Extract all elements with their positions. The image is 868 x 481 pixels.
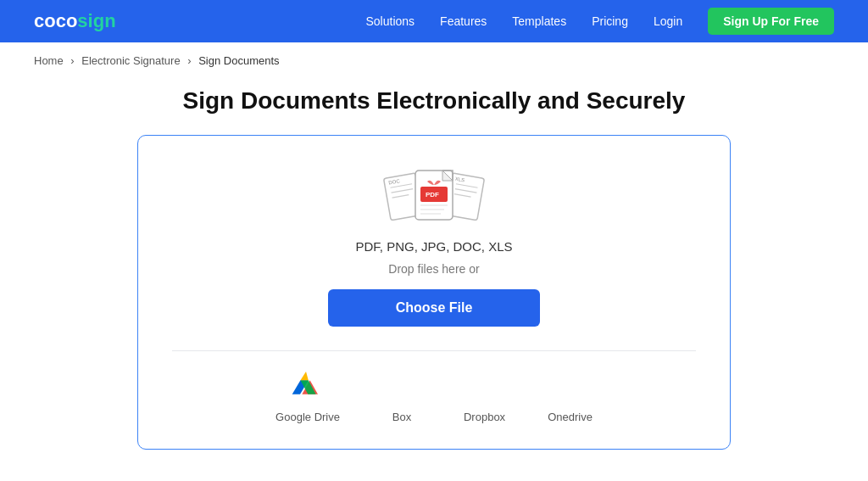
logo-sign: sign — [77, 10, 115, 32]
cloud-services: Google Drive box Box — [172, 368, 696, 423]
nav-solutions[interactable]: Solutions — [365, 14, 415, 28]
dropbox-label: Dropbox — [464, 411, 505, 423]
nav-pricing[interactable]: Pricing — [592, 14, 628, 28]
nav-features[interactable]: Features — [440, 14, 487, 28]
box-icon: box — [382, 368, 421, 404]
document-icons: DOC XLS PDF — [383, 166, 485, 226]
dropbox-icon — [465, 368, 504, 404]
nav-templates[interactable]: Templates — [512, 14, 566, 28]
box-label: Box — [392, 411, 411, 423]
box-service[interactable]: box Box — [382, 368, 421, 423]
main-nav: Solutions Features Templates Pricing Log… — [365, 8, 834, 35]
breadcrumb-current: Sign Documents — [198, 54, 279, 67]
signup-button[interactable]: Sign Up For Free — [708, 8, 834, 35]
google-drive-service[interactable]: Google Drive — [275, 368, 340, 423]
svg-marker-38 — [476, 386, 490, 396]
upload-box: DOC XLS PDF — [137, 135, 731, 450]
file-types: PDF, PNG, JPG, DOC, XLS — [172, 239, 696, 254]
google-drive-icon — [288, 368, 327, 404]
logo-coco: coco — [34, 10, 77, 32]
dropbox-service[interactable]: Dropbox — [464, 368, 505, 423]
nav-login[interactable]: Login — [654, 14, 682, 28]
svg-marker-34 — [469, 373, 483, 383]
divider — [172, 350, 696, 351]
page-title: Sign Documents Electronically and Secure… — [34, 87, 834, 115]
pdf-icon-group: DOC XLS PDF — [172, 166, 696, 226]
header: cocosign Solutions Features Templates Pr… — [0, 0, 868, 42]
svg-text:PDF: PDF — [426, 191, 439, 199]
breadcrumb: Home › Electronic Signature › Sign Docum… — [0, 42, 868, 79]
breadcrumb-sep-2: › — [187, 54, 194, 67]
breadcrumb-home[interactable]: Home — [34, 54, 64, 67]
svg-marker-35 — [483, 373, 498, 383]
choose-file-button[interactable]: Choose File — [328, 289, 541, 327]
google-drive-label: Google Drive — [275, 411, 340, 423]
breadcrumb-sep-1: › — [70, 54, 77, 67]
drop-text: Drop files here or — [172, 262, 696, 276]
onedrive-service[interactable]: Onedrive — [548, 368, 593, 423]
breadcrumb-electronic-signature[interactable]: Electronic Signature — [81, 54, 180, 67]
svg-text:box: box — [382, 378, 407, 393]
logo: cocosign — [34, 10, 116, 32]
onedrive-icon — [551, 368, 590, 404]
main-content: Sign Documents Electronically and Secure… — [0, 79, 868, 481]
onedrive-label: Onedrive — [548, 411, 593, 423]
